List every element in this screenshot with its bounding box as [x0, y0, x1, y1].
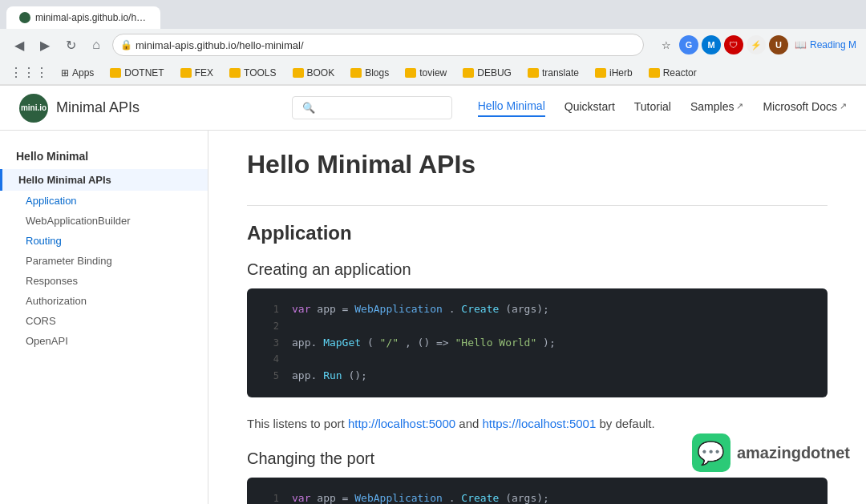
code-text-2-1: var app = WebApplication . Create (args)… — [292, 490, 549, 504]
nav-samples[interactable]: Samples ↗ — [690, 100, 743, 116]
line-num-2-1: 1 — [260, 490, 279, 504]
bookmark-label-reactor: Reactor — [663, 67, 697, 79]
bookmark-label-fex: FEX — [195, 67, 213, 79]
code-text-1: var app = WebApplication . Create (args)… — [292, 301, 549, 318]
back-button[interactable]: ◀ — [10, 35, 29, 54]
sidebar-item-webappbuilder[interactable]: WebApplicationBuilder — [0, 211, 208, 231]
refresh-button[interactable]: ↻ — [61, 35, 80, 54]
line-num-5: 5 — [260, 368, 279, 384]
bookmark-tools[interactable]: TOOLS — [223, 66, 282, 80]
folder-icon-10 — [649, 68, 660, 78]
bookmark-label-dotnet: DOTNET — [124, 67, 164, 79]
bookmark-label-blogs: Blogs — [365, 67, 389, 79]
link-http-5000[interactable]: http://localhost:5000 — [348, 417, 455, 430]
bookmark-apps[interactable]: ⊞ Apps — [55, 66, 100, 80]
sidebar-item-parameter-binding[interactable]: Parameter Binding — [0, 251, 208, 271]
logo-icon: mini.io — [19, 94, 48, 123]
bookmark-translate[interactable]: translate — [521, 66, 585, 80]
folder-icon-9 — [595, 68, 606, 78]
address-input[interactable] — [112, 34, 644, 56]
code-block-2: 1 var app = WebApplication . Create (arg… — [247, 478, 828, 504]
bookmarks-bar: ⋮⋮⋮ ⊞ Apps DOTNET FEX TOOLS BOOK Blogs t… — [0, 61, 866, 85]
folder-icon-1 — [110, 68, 121, 78]
folder-icon-6 — [405, 68, 416, 78]
code-line-2: 2 — [260, 318, 815, 335]
forward-button[interactable]: ▶ — [35, 35, 55, 54]
star-icon[interactable]: ☆ — [657, 35, 676, 54]
subsection-creating-heading: Creating an application — [247, 260, 828, 279]
line-num-3: 3 — [260, 335, 279, 351]
wechat-symbol: 💬 — [697, 440, 725, 466]
sidebar-item-hello-minimal-apis[interactable]: Hello Minimal APIs — [0, 169, 208, 191]
code-line-4: 4 — [260, 351, 815, 368]
link-https-5001[interactable]: https://localhost:5001 — [483, 417, 597, 430]
bookmark-book[interactable]: BOOK — [286, 66, 342, 80]
sidebar: Hello Minimal Hello Minimal APIs Applica… — [0, 131, 208, 504]
profile-avatar[interactable]: U — [769, 35, 788, 54]
wechat-icon: 💬 — [692, 433, 730, 472]
code-text-5: app. Run (); — [292, 368, 367, 385]
bookmark-label-tools: TOOLS — [244, 67, 276, 79]
folder-icon-3 — [229, 68, 241, 78]
bookmark-reactor[interactable]: Reactor — [642, 66, 703, 80]
bookmark-iherb[interactable]: iHerb — [589, 66, 639, 80]
nav-quickstart[interactable]: Quickstart — [565, 100, 615, 116]
reading-mode[interactable]: 📖 Reading M — [795, 39, 856, 50]
browser-chrome: minimal-apis.github.io/hello-minimal/ ◀ … — [0, 0, 866, 86]
ext-icon-4[interactable]: ⚡ — [747, 35, 766, 54]
code-block-1: 1 var app = WebApplication . Create (arg… — [247, 288, 828, 397]
bookmark-toview[interactable]: toview — [399, 66, 453, 80]
bookmark-label-translate: translate — [542, 67, 579, 79]
watermark: 💬 amazingdotnet — [692, 433, 850, 472]
code-text-3: app. MapGet ( "/" , () => "Hello World" … — [292, 335, 556, 352]
line-num-1: 1 — [260, 301, 279, 317]
ext-icon-2[interactable]: M — [702, 35, 721, 54]
ext-icon-3[interactable]: 🛡 — [724, 35, 743, 54]
search-box[interactable]: 🔍 — [292, 96, 452, 119]
nav-hello-minimal[interactable]: Hello Minimal — [478, 99, 545, 117]
home-button[interactable]: ⌂ — [87, 35, 106, 54]
code-line-1: 1 var app = WebApplication . Create (arg… — [260, 301, 815, 318]
external-link-icon-2: ↗ — [840, 101, 847, 111]
sidebar-item-cors[interactable]: CORS — [0, 311, 208, 331]
nav-tutorial[interactable]: Tutorial — [634, 100, 671, 116]
folder-icon-2 — [180, 68, 192, 78]
site-logo: mini.io Minimal APIs — [19, 94, 140, 123]
bookmark-debug[interactable]: DEBUG — [456, 66, 518, 80]
folder-icon-8 — [528, 68, 539, 78]
reading-mode-label: Reading M — [810, 39, 856, 50]
toolbar-icons: ☆ G M 🛡 ⚡ U — [657, 35, 788, 54]
sidebar-item-responses[interactable]: Responses — [0, 271, 208, 291]
bookmark-dotnet[interactable]: DOTNET — [103, 66, 170, 80]
tab-title: minimal-apis.github.io/hello-minimal/ — [35, 12, 148, 23]
sidebar-item-openapi[interactable]: OpenAPI — [0, 331, 208, 351]
bookmark-blogs[interactable]: Blogs — [344, 66, 395, 80]
code-text-4 — [292, 351, 298, 368]
sidebar-item-authorization[interactable]: Authorization — [0, 291, 208, 311]
nav-docs-label: Microsoft Docs — [763, 100, 837, 113]
address-bar-wrapper: 🔒 — [112, 34, 644, 56]
reading-mode-icon: 📖 — [795, 39, 807, 50]
site-title: Minimal APIs — [56, 99, 140, 116]
ext-icon-1[interactable]: G — [679, 35, 698, 54]
tab-favicon — [19, 12, 30, 23]
sidebar-section-title: Hello Minimal — [0, 143, 208, 169]
logo-text: mini.io — [21, 103, 47, 112]
code-text-2 — [292, 318, 298, 335]
sidebar-item-application[interactable]: Application — [0, 191, 208, 211]
apps-grid-icon[interactable]: ⋮⋮⋮ — [10, 65, 48, 80]
folder-icon-5 — [350, 68, 362, 78]
active-tab[interactable]: minimal-apis.github.io/hello-minimal/ — [6, 6, 160, 29]
page-title: Hello Minimal APIs — [247, 150, 828, 186]
search-icon: 🔍 — [302, 102, 315, 114]
bookmark-fex[interactable]: FEX — [174, 66, 220, 80]
bookmark-label: Apps — [72, 67, 94, 79]
bookmark-label-debug: DEBUG — [477, 67, 512, 79]
nav-samples-label: Samples — [690, 100, 734, 113]
bookmark-icon: ⊞ — [61, 67, 69, 79]
lock-icon: 🔒 — [120, 39, 132, 50]
bookmark-label-toview: toview — [419, 67, 447, 79]
browser-toolbar: ◀ ▶ ↻ ⌂ 🔒 ☆ G M 🛡 ⚡ U 📖 Reading M — [0, 29, 866, 61]
sidebar-item-routing[interactable]: Routing — [0, 231, 208, 251]
nav-microsoft-docs[interactable]: Microsoft Docs ↗ — [763, 100, 847, 116]
